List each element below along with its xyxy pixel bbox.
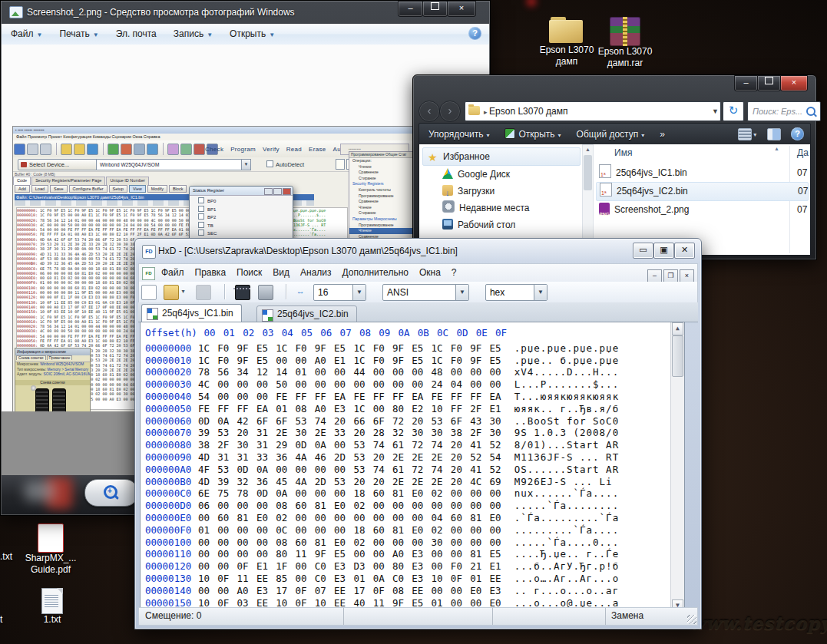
hex-byte[interactable]: 1C bbox=[198, 342, 217, 354]
hex-byte[interactable]: 30 bbox=[432, 537, 451, 548]
hex-byte[interactable]: 4A bbox=[295, 451, 314, 463]
hxd-restore-button[interactable]: ▣ bbox=[653, 243, 674, 259]
hex-byte[interactable]: 00 bbox=[295, 464, 314, 475]
hex-byte[interactable]: 00 bbox=[276, 355, 295, 366]
hex-byte[interactable]: 00 bbox=[295, 573, 314, 584]
hex-byte[interactable]: 2E bbox=[276, 427, 295, 438]
hex-byte[interactable]: E5 bbox=[412, 342, 431, 354]
hex-byte[interactable]: 0F bbox=[373, 585, 392, 596]
table-row[interactable]: Screenshot_2.png07 bbox=[596, 201, 809, 219]
hex-byte[interactable]: 81 bbox=[237, 512, 256, 523]
hex-byte[interactable]: 07 bbox=[315, 585, 334, 596]
hex-byte[interactable]: 1C bbox=[276, 342, 295, 354]
hex-byte[interactable]: 20 bbox=[353, 476, 372, 487]
hex-byte[interactable]: E5 bbox=[334, 548, 353, 560]
hex-byte[interactable]: 00 bbox=[198, 585, 217, 596]
hex-byte[interactable]: 9F bbox=[470, 355, 489, 366]
hex-byte[interactable]: 30 bbox=[432, 427, 451, 438]
hex-byte[interactable]: 0A bbox=[276, 487, 295, 499]
hex-byte[interactable]: 00 bbox=[334, 439, 353, 451]
hex-row[interactable]: 000000B04D393236454A2D5320202E2E2E204C69… bbox=[141, 476, 684, 488]
hex-byte[interactable]: 2F bbox=[470, 427, 489, 438]
ram-chip-icon[interactable] bbox=[235, 285, 250, 300]
hex-byte[interactable]: E3 bbox=[412, 560, 431, 572]
hex-byte[interactable]: 24 bbox=[432, 378, 451, 390]
hex-byte[interactable]: 00 bbox=[470, 378, 489, 390]
hex-byte[interactable]: 66 bbox=[353, 415, 372, 427]
offset-base-select[interactable]: hex▼ bbox=[485, 284, 547, 301]
hex-byte[interactable]: 74 bbox=[432, 464, 451, 475]
hex-byte[interactable]: 80 bbox=[392, 560, 412, 572]
hex-byte[interactable]: 00 bbox=[392, 537, 412, 548]
hex-byte[interactable]: 18 bbox=[353, 487, 372, 499]
hex-byte[interactable]: 00 bbox=[334, 464, 353, 475]
hex-byte[interactable]: 00 bbox=[237, 391, 256, 402]
hex-byte[interactable]: 6F bbox=[373, 415, 392, 427]
tab-ic1[interactable]: 25q64jvs_IC1.bin bbox=[141, 304, 242, 322]
hex-byte[interactable]: F0 bbox=[217, 342, 237, 354]
hex-byte[interactable]: 9F bbox=[315, 548, 334, 560]
hex-byte[interactable]: E0 bbox=[489, 512, 508, 523]
hex-byte[interactable]: 00 bbox=[489, 366, 508, 378]
desktop-cut-label-2[interactable]: t bbox=[0, 614, 2, 625]
hex-byte[interactable]: 81 bbox=[470, 548, 489, 560]
hex-byte[interactable]: 53 bbox=[217, 464, 237, 475]
hex-byte[interactable]: 1C bbox=[353, 355, 372, 366]
hex-byte[interactable]: 00 bbox=[392, 512, 412, 523]
hex-byte[interactable]: 00 bbox=[412, 378, 431, 390]
hex-byte[interactable]: 0D bbox=[295, 439, 314, 451]
hex-byte[interactable]: 01 bbox=[353, 573, 372, 584]
hex-byte[interactable]: 00 bbox=[315, 464, 334, 475]
hex-byte[interactable]: 00 bbox=[373, 537, 392, 548]
hex-byte[interactable]: 00 bbox=[334, 512, 353, 523]
hex-byte[interactable]: 00 bbox=[353, 548, 372, 560]
hex-byte[interactable]: F0 bbox=[373, 342, 392, 354]
hex-byte[interactable]: E1 bbox=[334, 355, 353, 366]
hex-byte[interactable]: D3 bbox=[353, 560, 372, 572]
hex-byte[interactable]: 00 bbox=[432, 548, 451, 560]
hex-byte[interactable]: 00 bbox=[256, 378, 276, 390]
hex-byte[interactable]: E0 bbox=[412, 524, 431, 536]
hex-byte[interactable]: 00 bbox=[451, 537, 470, 548]
command-порядочить[interactable]: Упорядочить▾ bbox=[428, 129, 489, 140]
hex-byte[interactable]: E3 bbox=[412, 548, 431, 560]
sidebar-item-downloads[interactable]: Загрузки bbox=[422, 183, 581, 200]
hex-scrollbar[interactable]: ▲ ▼ bbox=[670, 322, 684, 613]
hex-byte[interactable]: 00 bbox=[373, 500, 392, 511]
hex-byte[interactable]: 50 bbox=[276, 378, 295, 390]
hxd-titlebar[interactable]: FD HxD - [C:\Users\Zapravka\Desktop\Epso… bbox=[135, 239, 701, 263]
hex-byte[interactable]: 9F bbox=[470, 342, 489, 354]
address-bar[interactable]: ▸ Epson L3070 дамп ▼ bbox=[465, 101, 721, 121]
hex-byte[interactable]: 42 bbox=[237, 415, 256, 427]
open-disk-icon[interactable] bbox=[258, 285, 273, 300]
hex-byte[interactable]: 00 bbox=[353, 378, 372, 390]
hex-byte[interactable]: C0 bbox=[315, 573, 334, 584]
hex-row[interactable]: 000000001CF09FE51CF09FE51CF09FE51CF09FE5… bbox=[141, 342, 684, 355]
hex-byte[interactable]: E0 bbox=[256, 512, 276, 523]
hex-byte[interactable]: FF bbox=[451, 403, 470, 414]
hxd-menu-item-5[interactable]: Анализ bbox=[300, 267, 332, 278]
hex-row[interactable]: 0000012000000FE11F00C0E3D30080E300F021E1… bbox=[141, 560, 684, 573]
maximize-button[interactable] bbox=[422, 1, 448, 17]
hex-byte[interactable]: 60 bbox=[295, 500, 314, 511]
hex-byte[interactable]: 60 bbox=[373, 524, 392, 536]
hex-byte[interactable]: 53 bbox=[353, 451, 372, 463]
hex-byte[interactable]: 4C bbox=[198, 378, 217, 390]
hex-byte[interactable]: 4F bbox=[198, 464, 217, 475]
hex-byte[interactable]: 00 bbox=[217, 378, 237, 390]
open-file-icon[interactable] bbox=[164, 285, 179, 300]
hex-byte[interactable]: 00 bbox=[315, 366, 334, 378]
hex-byte[interactable]: 30 bbox=[295, 427, 314, 438]
hex-byte[interactable]: 00 bbox=[432, 560, 451, 572]
minimize-button[interactable]: – bbox=[398, 1, 423, 17]
hex-byte[interactable]: 02 bbox=[276, 512, 295, 523]
hex-byte[interactable]: FF bbox=[392, 391, 412, 402]
hex-byte[interactable]: FE bbox=[432, 391, 451, 402]
hex-byte[interactable]: 00 bbox=[217, 537, 237, 548]
hex-byte[interactable]: 6F bbox=[256, 415, 276, 427]
hex-byte[interactable]: 00 bbox=[412, 500, 431, 511]
hex-byte[interactable]: 00 bbox=[237, 537, 256, 548]
hex-byte[interactable]: E0 bbox=[334, 500, 353, 511]
menu-item-5[interactable]: Открыть▼ bbox=[230, 28, 275, 39]
hex-byte[interactable]: 00 bbox=[412, 537, 431, 548]
